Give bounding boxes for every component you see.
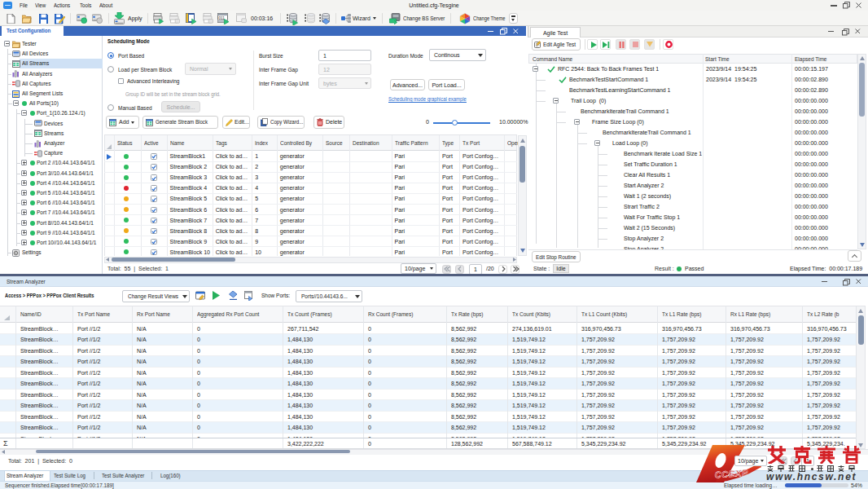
svg-text:CCEXP: CCEXP <box>714 468 748 480</box>
svg-text:011: 011 <box>218 16 225 20</box>
